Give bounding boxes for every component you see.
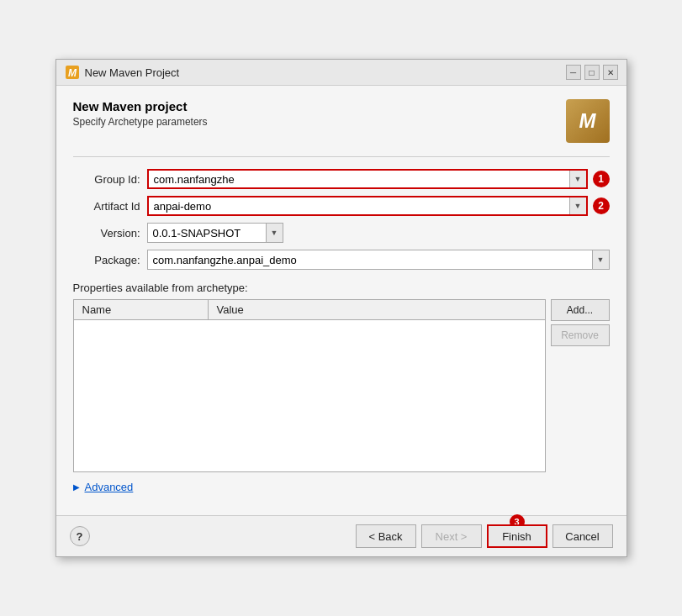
title-text: New Maven Project	[85, 66, 180, 79]
dialog-footer: ? < Back Next > 3 Finish Cancel	[56, 515, 626, 556]
advanced-section[interactable]: ▶ Advanced	[73, 481, 610, 493]
table-buttons: Add... Remove	[551, 299, 610, 472]
group-id-dropdown-arrow[interactable]: ▼	[569, 171, 586, 187]
finish-button[interactable]: Finish	[487, 524, 547, 548]
package-row: Package: ▼	[73, 250, 610, 270]
title-bar: M New Maven Project ─ □ ✕	[56, 60, 626, 86]
header-section: New Maven project Specify Archetype para…	[73, 99, 610, 143]
version-dropdown-arrow[interactable]: ▼	[266, 224, 283, 242]
title-bar-left: M New Maven Project	[65, 65, 180, 80]
badge-1: 1	[593, 171, 610, 187]
dialog-icon: M	[65, 65, 80, 80]
group-id-label: Group Id:	[73, 173, 140, 186]
finish-wrapper: 3 Finish	[487, 524, 547, 548]
svg-text:M: M	[68, 67, 77, 79]
maven-logo: M	[566, 99, 610, 143]
add-property-button[interactable]: Add...	[551, 299, 610, 321]
footer-left: ?	[70, 526, 90, 546]
artifact-id-input[interactable]	[149, 197, 569, 214]
artifact-id-combobox[interactable]: ▼	[147, 196, 588, 216]
table-wrapper: Name Value Add... Remove	[73, 299, 610, 472]
page-title: New Maven project	[73, 99, 208, 113]
header-text: New Maven project Specify Archetype para…	[73, 99, 208, 128]
back-button[interactable]: < Back	[356, 524, 416, 548]
cancel-button[interactable]: Cancel	[552, 524, 613, 548]
column-name-header: Name	[74, 300, 209, 319]
table-body[interactable]	[74, 320, 545, 471]
dialog-body: New Maven project Specify Archetype para…	[56, 86, 626, 515]
header-separator	[73, 156, 610, 157]
badge-2: 2	[593, 197, 610, 214]
version-input[interactable]	[148, 224, 266, 242]
version-label: Version:	[73, 227, 140, 240]
column-value-header: Value	[209, 300, 545, 319]
artifact-id-dropdown-arrow[interactable]: ▼	[569, 197, 586, 214]
new-maven-project-dialog: M New Maven Project ─ □ ✕ New Maven proj…	[56, 59, 627, 557]
version-combobox[interactable]: ▼	[147, 223, 283, 243]
minimize-button[interactable]: ─	[566, 65, 581, 80]
artifact-id-label: Artifact Id	[73, 200, 140, 213]
advanced-chevron-icon: ▶	[73, 482, 80, 492]
version-row: Version: ▼	[73, 223, 610, 243]
package-label: Package:	[73, 254, 140, 266]
artifact-id-input-area: ▼ 2	[147, 196, 610, 216]
next-button[interactable]: Next >	[421, 524, 482, 548]
help-button[interactable]: ?	[70, 526, 90, 546]
footer-right: < Back Next > 3 Finish Cancel	[356, 524, 613, 548]
group-id-combobox[interactable]: ▼	[147, 169, 588, 189]
group-id-row: Group Id: ▼ 1	[73, 169, 610, 189]
artifact-id-row: Artifact Id ▼ 2	[73, 196, 610, 216]
properties-section: Properties available from archetype: Nam…	[73, 282, 610, 472]
table-header: Name Value	[74, 300, 545, 320]
form-section: Group Id: ▼ 1 Artifact Id ▼ 2	[73, 169, 610, 270]
package-combobox[interactable]: ▼	[147, 250, 610, 270]
close-button[interactable]: ✕	[603, 65, 618, 80]
group-id-input[interactable]	[149, 171, 569, 187]
remove-property-button[interactable]: Remove	[551, 324, 610, 346]
page-subtitle: Specify Archetype parameters	[73, 116, 208, 128]
advanced-label: Advanced	[85, 481, 134, 493]
group-id-input-area: ▼ 1	[147, 169, 610, 189]
properties-table: Name Value	[73, 299, 546, 472]
table-label: Properties available from archetype:	[73, 282, 610, 294]
title-controls: ─ □ ✕	[566, 65, 618, 80]
maximize-button[interactable]: □	[584, 65, 600, 80]
package-input[interactable]	[148, 250, 592, 269]
package-dropdown-arrow[interactable]: ▼	[592, 250, 609, 269]
